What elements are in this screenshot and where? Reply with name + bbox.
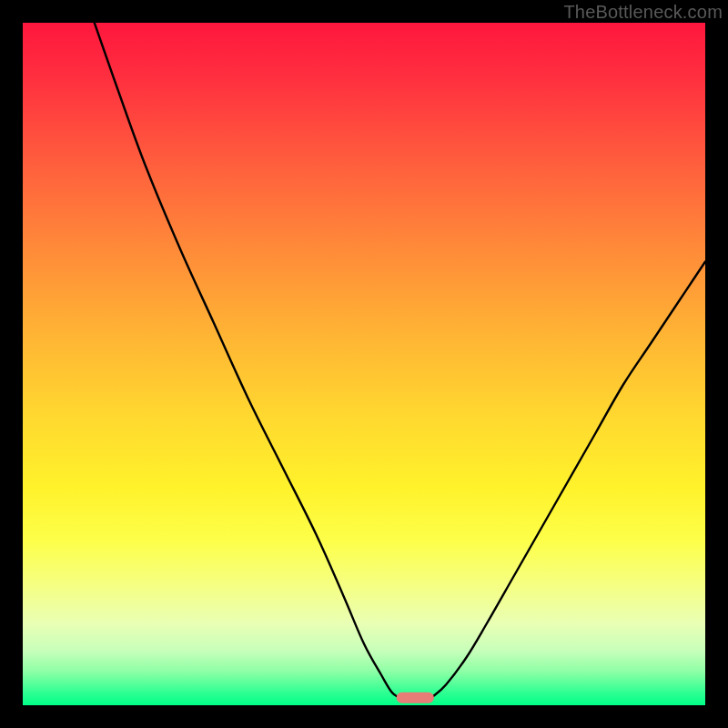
curve-right-branch xyxy=(432,262,705,698)
min-marker xyxy=(397,693,434,703)
curve-layer xyxy=(23,23,705,705)
plot-area xyxy=(23,23,705,705)
curve-left-branch xyxy=(95,23,399,697)
chart-frame: TheBottleneck.com xyxy=(0,0,728,728)
watermark-text: TheBottleneck.com xyxy=(563,2,723,23)
